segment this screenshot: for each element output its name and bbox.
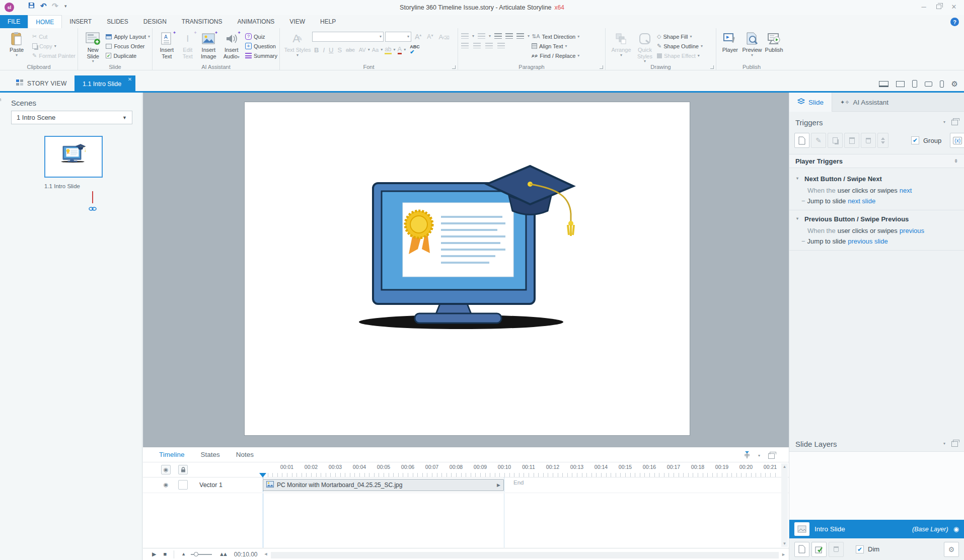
- row-lock-checkbox[interactable]: [178, 480, 188, 490]
- duplicate-button[interactable]: ✔Duplicate: [106, 51, 150, 60]
- font-color-button[interactable]: A: [398, 45, 402, 54]
- insert-image-button[interactable]: ✦ Insert Image: [197, 30, 219, 59]
- trigger-action-line[interactable]: − Jump to slide next slide: [789, 196, 964, 206]
- slide-layers-collapse-icon[interactable]: ▾: [943, 442, 945, 446]
- close-button[interactable]: ✕: [947, 0, 961, 13]
- find-replace-button[interactable]: ⌕⌕Find / Replace▾: [532, 51, 579, 60]
- edit-text-button[interactable]: I✦ Edit Text: [178, 30, 197, 59]
- trigger-item-previous[interactable]: ▾ Previous Button / Swipe Previous When …: [789, 212, 964, 247]
- insert-audio-button[interactable]: ✦ Insert Audio▾: [220, 30, 243, 59]
- align-text-button[interactable]: Align Text▾: [532, 41, 579, 51]
- insert-text-button[interactable]: A ✦ Insert Text: [156, 30, 178, 59]
- timeline-popout-icon[interactable]: [768, 453, 775, 459]
- align-left-icon[interactable]: [461, 43, 469, 48]
- object-row-name[interactable]: Vector 1: [199, 482, 223, 489]
- zoom-out-timeline-icon[interactable]: ▲: [181, 552, 186, 556]
- format-painter-button[interactable]: ✎Format Painter: [32, 51, 76, 60]
- triggers-popout-icon[interactable]: [951, 120, 958, 125]
- edit-trigger-button[interactable]: ✎: [811, 133, 826, 148]
- layer-visibility-eye-icon[interactable]: ◉: [953, 525, 959, 533]
- underline-button[interactable]: U: [329, 46, 333, 54]
- triggers-collapse-icon[interactable]: ▾: [943, 120, 945, 124]
- character-spacing-button[interactable]: AV: [359, 47, 366, 53]
- help-icon[interactable]: ?: [950, 18, 959, 26]
- timeline-vertical-scrollbar[interactable]: ▲▼: [781, 463, 788, 547]
- change-case-button[interactable]: Aa: [372, 47, 379, 53]
- tab-transitions[interactable]: TRANSITIONS: [174, 15, 230, 28]
- laptop-preview-icon[interactable]: [879, 81, 888, 87]
- new-layer-button[interactable]: [794, 542, 809, 557]
- timeline-horizontal-scrollbar[interactable]: [271, 552, 779, 558]
- copy-button[interactable]: Copy▾: [32, 41, 76, 51]
- timeline-options-chevron-icon[interactable]: ▾: [758, 454, 760, 458]
- new-trigger-button[interactable]: [794, 133, 809, 148]
- shape-outline-button[interactable]: ✎Shape Outline▾: [657, 41, 703, 51]
- player-triggers-collapse-icon[interactable]: ⇳: [954, 159, 958, 164]
- highlight-color-button[interactable]: ab: [385, 46, 391, 54]
- shape-fill-button[interactable]: ◇Shape Fill▾: [657, 32, 703, 41]
- group-checkbox[interactable]: ✔: [911, 136, 919, 144]
- drawing-dialog-launcher[interactable]: [710, 65, 714, 69]
- font-dialog-launcher[interactable]: [452, 65, 456, 69]
- playhead-marker[interactable]: [259, 473, 266, 477]
- zoom-in-timeline-icon[interactable]: ▲▲: [219, 551, 226, 557]
- shape-effect-button[interactable]: Shape Effect▾: [657, 51, 703, 60]
- row-visibility-eye-icon[interactable]: ◉: [161, 480, 171, 490]
- trigger-expand-icon[interactable]: ▾: [796, 177, 798, 181]
- cue-point-icon[interactable]: [744, 451, 750, 461]
- justify-icon[interactable]: [497, 43, 505, 48]
- increase-indent-icon[interactable]: [505, 33, 513, 39]
- bold-button[interactable]: B: [314, 46, 319, 54]
- new-slide-button[interactable]: New Slide▾: [81, 30, 105, 63]
- align-center-icon[interactable]: [473, 43, 481, 48]
- story-view-tab[interactable]: STORY VIEW: [10, 75, 73, 91]
- stop-button[interactable]: ■: [163, 551, 167, 557]
- delete-layer-button[interactable]: [829, 542, 844, 557]
- tab-slides[interactable]: SLIDES: [99, 15, 136, 28]
- trigger-reorder-spinner[interactable]: [877, 133, 888, 148]
- tab-states[interactable]: States: [201, 451, 220, 458]
- question-button[interactable]: +Question: [245, 41, 277, 51]
- tab-home[interactable]: HOME: [28, 15, 62, 28]
- timeline-zoom-slider[interactable]: [191, 554, 212, 555]
- slide-layers-popout-icon[interactable]: [951, 441, 958, 447]
- cut-button[interactable]: ✂Cut: [32, 32, 76, 41]
- summary-button[interactable]: Summary: [245, 51, 277, 60]
- arrange-button[interactable]: Arrange▾: [609, 30, 634, 57]
- tab-view[interactable]: VIEW: [282, 15, 313, 28]
- tab-file[interactable]: FILE: [0, 15, 28, 28]
- tab-slide-panel[interactable]: Slide: [789, 93, 832, 112]
- player-button[interactable]: Player: [719, 30, 741, 53]
- play-button[interactable]: ▶: [152, 551, 156, 557]
- text-direction-button[interactable]: ⇅AText Direction▾: [532, 32, 579, 41]
- tab-notes[interactable]: Notes: [236, 451, 254, 458]
- trigger-when-line[interactable]: When the user clicks or swipes previous: [789, 225, 964, 236]
- close-tab-icon[interactable]: ✕: [128, 76, 132, 82]
- restore-button[interactable]: [932, 0, 946, 13]
- hscroll-right-arrow[interactable]: ►: [781, 552, 786, 557]
- numbering-icon[interactable]: [478, 33, 485, 39]
- align-right-icon[interactable]: [485, 43, 493, 48]
- delete-trigger-button[interactable]: [861, 133, 876, 148]
- tab-insert[interactable]: INSERT: [62, 15, 99, 28]
- tab-ai-assistant-panel[interactable]: ✦✧ AI Assistant: [832, 93, 897, 112]
- copy-trigger-button[interactable]: [828, 133, 843, 148]
- visibility-column-header[interactable]: ◉: [161, 465, 171, 474]
- font-name-combo[interactable]: ▾: [312, 32, 384, 42]
- desktop-preview-icon[interactable]: [896, 81, 905, 87]
- edit-layer-properties-button[interactable]: [811, 542, 827, 557]
- player-settings-gear-icon[interactable]: ⚙: [951, 80, 958, 88]
- preview-button[interactable]: Preview▾: [741, 30, 764, 57]
- trigger-action-line[interactable]: − Jump to slide previous slide: [789, 236, 964, 247]
- quiz-button[interactable]: ?Quiz: [245, 32, 277, 41]
- tab-help[interactable]: HELP: [313, 15, 343, 28]
- tablet-landscape-preview-icon[interactable]: [925, 82, 932, 87]
- manage-variables-button[interactable]: (x): [950, 133, 964, 148]
- trigger-item-next[interactable]: ▾ Next Button / Swipe Next When the user…: [789, 172, 964, 206]
- object-bar-resize-handle[interactable]: ▶: [497, 483, 500, 488]
- scene-selector[interactable]: 1 Intro Scene ▼: [11, 111, 132, 124]
- trigger-expand-icon[interactable]: ▾: [796, 217, 798, 221]
- dim-toggle[interactable]: ✔ Dim: [856, 545, 879, 553]
- tab-animations[interactable]: ANIMATIONS: [230, 15, 282, 28]
- tab-design[interactable]: DESIGN: [136, 15, 174, 28]
